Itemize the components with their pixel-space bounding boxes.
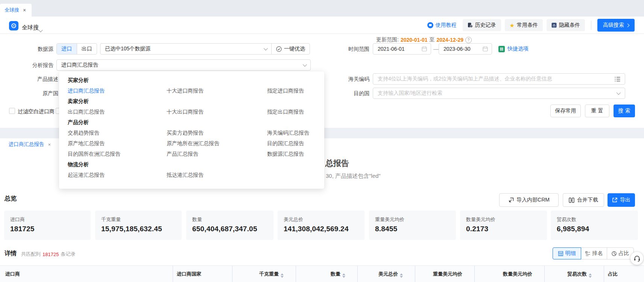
view-switcher: 明细 排名 占比 bbox=[553, 247, 634, 259]
col-usd-total[interactable]: 美元总价 bbox=[357, 271, 409, 278]
one-click-optimize-button[interactable]: 一键优选 bbox=[272, 45, 310, 52]
time-range-label: 时间范围 bbox=[348, 46, 369, 53]
report-option[interactable]: 原产地所在洲汇总报告 bbox=[167, 140, 267, 147]
quick-options-icon bbox=[498, 46, 505, 52]
col-usd-per-weight[interactable]: 重量美元均价 bbox=[415, 271, 468, 277]
merge-download-button[interactable]: 合并下载 bbox=[563, 193, 604, 207]
search-button[interactable]: 搜 索 bbox=[614, 105, 635, 117]
origin-country-label: 原产国 bbox=[43, 90, 58, 97]
result-tab-close-icon[interactable]: × bbox=[48, 142, 51, 147]
stat-card-trade-count: 贸易次数6,985,894 bbox=[551, 211, 638, 240]
pie-icon bbox=[612, 251, 617, 256]
reset-button[interactable]: 重 置 bbox=[585, 105, 609, 117]
check-circle-icon bbox=[276, 46, 282, 52]
report-option[interactable]: 起运港汇总报告 bbox=[68, 172, 167, 179]
list-icon bbox=[615, 77, 620, 82]
view-tab-rank[interactable]: 排名 bbox=[581, 247, 607, 259]
report-option[interactable]: 抵达港汇总报告 bbox=[167, 172, 267, 179]
stat-card-usd-total: 美元总价141,308,042,569.24 bbox=[278, 211, 365, 240]
tab-close-icon[interactable]: × bbox=[23, 8, 26, 13]
result-tab-title: 进口商汇总报告 bbox=[9, 141, 44, 148]
hide-conditions-icon bbox=[551, 23, 557, 28]
col-share[interactable]: 占比 bbox=[608, 271, 618, 277]
chevron-down-icon bbox=[303, 62, 307, 67]
results-table-header: 进口商 进口商国家 千克重量 数量 美元总价 重量美元均价 数量美元均价 贸易次… bbox=[0, 265, 644, 282]
stat-card-importers: 进口商181725 bbox=[4, 211, 91, 240]
headset-icon bbox=[633, 255, 641, 262]
advanced-search-button[interactable]: 高级搜索 bbox=[597, 19, 635, 32]
report-option[interactable]: 出口商汇总报告 bbox=[68, 109, 167, 115]
report-option[interactable]: 目的国汇总报告 bbox=[267, 140, 324, 147]
report-option[interactable]: 产品汇总报告 bbox=[167, 151, 267, 158]
question-circle-icon[interactable]: ? bbox=[465, 37, 472, 43]
report-option[interactable]: 海关编码汇总报告 bbox=[267, 130, 324, 136]
report-type-select-value: 进口商汇总报告 bbox=[57, 62, 303, 68]
view-tab-detail[interactable]: 明细 bbox=[553, 247, 581, 259]
data-source-select[interactable]: 已选中105个数据源 一键优选 bbox=[100, 43, 310, 55]
report-option[interactable]: 目的国所在洲汇总报告 bbox=[68, 151, 167, 158]
app-title-chevron-down-icon[interactable] bbox=[39, 26, 42, 33]
match-count-text: 共匹配到 181725 条记录 bbox=[21, 251, 75, 258]
sort-icon[interactable] bbox=[400, 273, 403, 278]
report-option[interactable]: 十大进口商报告 bbox=[167, 88, 267, 94]
export-toggle[interactable]: 出口 bbox=[77, 44, 97, 54]
history-button[interactable]: 历史记录 bbox=[463, 19, 501, 31]
result-tab[interactable]: 进口商汇总报告 × bbox=[3, 138, 56, 150]
col-importer-country[interactable]: 进口商国家 bbox=[177, 271, 201, 277]
report-type-select[interactable]: 进口商汇总报告 bbox=[56, 59, 311, 71]
report-option[interactable]: 指定进口商报告 bbox=[267, 88, 324, 94]
export-button[interactable]: 导出 bbox=[608, 193, 635, 207]
stat-card-usd-per-weight: 重量美元均价8.8455 bbox=[369, 211, 456, 240]
filter-blank-checkbox[interactable] bbox=[9, 108, 15, 114]
col-importer[interactable]: 进口商 bbox=[5, 271, 20, 277]
report-option-active[interactable]: 进口商汇总报告 bbox=[68, 88, 167, 94]
customer-service-fab[interactable] bbox=[630, 252, 643, 265]
product-desc-label: 产品描述 bbox=[37, 76, 58, 83]
hs-code-placeholder: 支持4位以上海关编码，或2位海关编码加上产品描述、企业名称的任意信息 bbox=[378, 76, 552, 82]
data-source-select-value: 已选中105个数据源 bbox=[100, 45, 264, 52]
app-logo-icon bbox=[9, 21, 18, 30]
update-range-end: 2024-12-29 bbox=[437, 37, 464, 43]
merge-icon bbox=[569, 197, 574, 203]
report-option[interactable]: 数据源汇总报告 bbox=[267, 151, 324, 158]
hide-conditions-button[interactable]: 隐藏条件 bbox=[547, 19, 585, 31]
date-start-value: 2021-06-01 bbox=[378, 46, 405, 52]
report-subtitle-fragment: 30, 产品描述包含"led" bbox=[326, 173, 381, 180]
report-heading-fragment: 总报告 bbox=[325, 158, 349, 168]
quick-options-button[interactable]: 快捷选项 bbox=[498, 45, 529, 52]
report-option[interactable]: 原产地汇总报告 bbox=[68, 140, 167, 147]
browser-tab[interactable]: 全球搜 × bbox=[0, 4, 32, 17]
save-favorite-button[interactable]: 保存常用 bbox=[550, 105, 581, 117]
import-export-toggle: 进口 出口 bbox=[56, 43, 97, 55]
destination-placeholder: 支持输入国家/地区进行检索 bbox=[378, 90, 442, 97]
sort-icon[interactable] bbox=[281, 273, 284, 278]
match-count-value: 181725 bbox=[43, 252, 59, 257]
report-type-label: 分析报告 bbox=[32, 62, 53, 69]
detail-title: 详情 bbox=[5, 250, 17, 258]
browser-tab-title: 全球搜 bbox=[5, 7, 19, 14]
date-range-dash: — bbox=[433, 46, 439, 52]
report-section-title-buyer: 买家分析 bbox=[68, 77, 324, 83]
tutorial-button[interactable]: 使用教程 bbox=[427, 22, 457, 29]
col-trade-count[interactable]: 贸易次数 bbox=[544, 271, 598, 278]
destination-input[interactable]: 支持输入国家/地区进行检索 bbox=[373, 88, 625, 99]
sort-icon[interactable] bbox=[589, 273, 592, 278]
report-option[interactable]: 指定出口商报告 bbox=[267, 109, 324, 115]
col-usd-per-qty[interactable]: 数量美元均价 bbox=[474, 271, 538, 277]
hs-code-input[interactable]: 支持4位以上海关编码，或2位海关编码加上产品描述、企业名称的任意信息 bbox=[373, 73, 625, 85]
sort-icon[interactable] bbox=[342, 273, 345, 278]
favorites-button[interactable]: ★ 常用条件 bbox=[505, 19, 543, 31]
rank-icon bbox=[585, 251, 590, 256]
col-kg-weight[interactable]: 千克重量 bbox=[232, 271, 290, 278]
destination-label: 目的国 bbox=[354, 90, 369, 97]
report-option[interactable]: 买卖方趋势报告 bbox=[167, 130, 267, 136]
col-quantity[interactable]: 数量 bbox=[296, 271, 351, 278]
report-option[interactable]: 交易趋势报告 bbox=[68, 130, 167, 136]
import-crm-button[interactable]: 导入内部CRM bbox=[499, 193, 559, 207]
import-toggle[interactable]: 进口 bbox=[57, 44, 77, 54]
calendar-icon bbox=[483, 46, 488, 52]
view-tab-share[interactable]: 占比 bbox=[607, 247, 634, 259]
report-option[interactable]: 十大出口商报告 bbox=[167, 109, 267, 115]
date-end-input[interactable]: 2023-06-30 bbox=[439, 43, 492, 55]
date-start-input[interactable]: 2021-06-01 bbox=[373, 43, 431, 55]
